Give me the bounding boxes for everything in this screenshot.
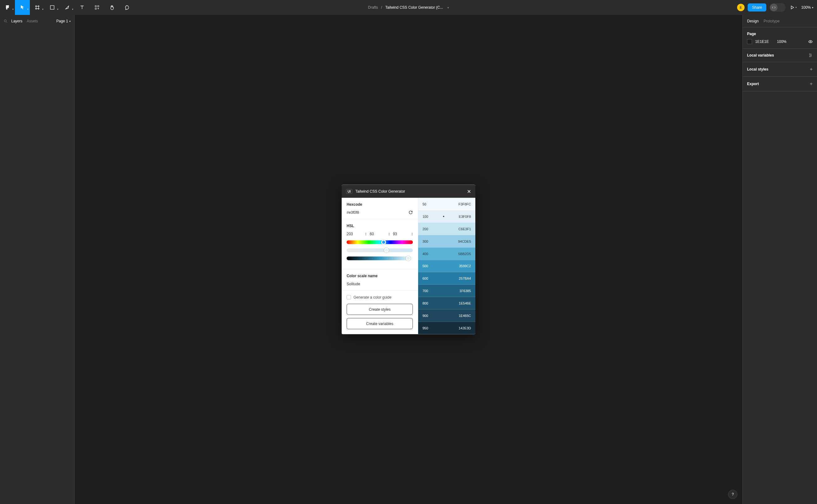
- text-tool-button[interactable]: [75, 0, 89, 15]
- lightness-input[interactable]: 93▴▾: [393, 232, 413, 236]
- breadcrumb-parent[interactable]: Drafts: [368, 5, 378, 10]
- saturation-slider[interactable]: [346, 249, 413, 252]
- chevron-down-icon[interactable]: ▾: [448, 6, 449, 9]
- color-scale: 50F3F8FC100E3F0F8200C6E3F130094CDE54005B…: [418, 198, 475, 334]
- scale-hex: E3F0F8: [459, 214, 471, 218]
- scale-step: 600: [423, 277, 428, 280]
- scale-row-300[interactable]: 30094CDE5: [418, 235, 475, 247]
- resources-icon: [94, 5, 99, 10]
- text-icon: [80, 5, 85, 10]
- code-icon: [770, 4, 778, 11]
- plugin-badge: UI: [346, 189, 352, 194]
- chevron-down-icon: ▾: [57, 8, 58, 11]
- scale-row-200[interactable]: 200C6E3F1: [418, 222, 475, 235]
- pen-tool-button[interactable]: ▾: [60, 0, 75, 15]
- shape-tool-button[interactable]: ▾: [45, 0, 60, 15]
- scale-hex: 94CDE5: [458, 239, 471, 243]
- hue-slider[interactable]: [346, 241, 413, 244]
- svg-point-4: [4, 20, 7, 22]
- page-selector[interactable]: Page 1 ▾: [56, 19, 71, 23]
- comment-tool-button[interactable]: [119, 0, 134, 15]
- stepper-icon[interactable]: ▴▾: [365, 232, 366, 236]
- page-background-color[interactable]: 1E1E1E 100%: [747, 39, 813, 44]
- scale-hex: 1E465C: [459, 314, 471, 318]
- page-color-hex[interactable]: 1E1E1E: [755, 39, 769, 44]
- tab-layers[interactable]: Layers: [11, 19, 22, 23]
- saturation-input[interactable]: 60▴▾: [369, 232, 389, 236]
- tab-prototype[interactable]: Prototype: [764, 19, 779, 23]
- svg-rect-1: [95, 6, 96, 7]
- present-button[interactable]: ▾: [789, 0, 798, 15]
- right-panel: Design Prototype Page 1E1E1E 100% Local …: [742, 15, 817, 504]
- scale-row-100[interactable]: 100E3F0F8: [418, 210, 475, 222]
- refresh-icon[interactable]: [408, 210, 413, 215]
- scale-step: 800: [423, 301, 428, 305]
- hexcode-input[interactable]: #e3f0f8: [346, 210, 359, 215]
- scale-step: 200: [423, 227, 428, 231]
- scale-name-input[interactable]: Solitude: [346, 282, 413, 286]
- plugin-dialog: UI Tailwind CSS Color Generator ✕ Hexcod…: [342, 185, 475, 334]
- page-color-opacity[interactable]: 100%: [777, 39, 787, 44]
- svg-point-8: [810, 56, 810, 57]
- scale-row-500[interactable]: 5003599C2: [418, 260, 475, 272]
- svg-rect-3: [95, 8, 96, 9]
- stepper-icon[interactable]: ▴▾: [412, 232, 413, 236]
- frame-tool-button[interactable]: ▾: [30, 0, 45, 15]
- scale-step: 50: [423, 202, 426, 206]
- zoom-dropdown[interactable]: 100% ▾: [801, 5, 813, 10]
- svg-rect-0: [50, 6, 54, 9]
- create-styles-button[interactable]: Create styles: [346, 304, 413, 315]
- dev-mode-toggle[interactable]: [769, 3, 786, 12]
- hue-input[interactable]: 203▴▾: [346, 232, 366, 236]
- scale-row-400[interactable]: 4005BB2D5: [418, 247, 475, 260]
- chevron-down-icon: ▾: [69, 20, 71, 23]
- chevron-down-icon: ▾: [72, 8, 73, 11]
- plugin-header[interactable]: UI Tailwind CSS Color Generator ✕: [342, 185, 475, 198]
- lightness-slider[interactable]: [346, 257, 413, 260]
- scale-step: 950: [423, 326, 428, 330]
- tab-design[interactable]: Design: [747, 19, 759, 23]
- scale-step: 700: [423, 289, 428, 293]
- scale-row-600[interactable]: 600257BA4: [418, 272, 475, 285]
- breadcrumb-separator: /: [381, 5, 382, 10]
- create-variables-button[interactable]: Create variables: [346, 318, 413, 329]
- scale-step: 300: [423, 239, 428, 243]
- search-icon[interactable]: [4, 19, 7, 23]
- page-selector-label: Page 1: [56, 19, 68, 23]
- visibility-icon[interactable]: [808, 39, 813, 44]
- left-panel: Layers Assets Page 1 ▾: [0, 15, 75, 504]
- stepper-icon[interactable]: ▴▾: [388, 232, 390, 236]
- scale-hex: 142E3D: [459, 326, 471, 330]
- file-title[interactable]: Tailwind CSS Color Generator (C...: [385, 5, 443, 10]
- checkbox-icon: [346, 295, 351, 300]
- svg-point-6: [810, 54, 810, 55]
- main-menu-button[interactable]: ▾: [0, 0, 15, 15]
- tab-assets[interactable]: Assets: [27, 19, 38, 23]
- scale-row-900[interactable]: 9001E465C: [418, 309, 475, 322]
- scale-row-950[interactable]: 950142E3D: [418, 322, 475, 334]
- plus-icon[interactable]: +: [810, 81, 813, 87]
- chevron-down-icon: ▾: [27, 8, 29, 11]
- hand-tool-button[interactable]: [104, 0, 119, 15]
- close-icon[interactable]: ✕: [467, 188, 471, 194]
- canvas[interactable]: UI Tailwind CSS Color Generator ✕ Hexcod…: [75, 15, 742, 504]
- scale-row-800[interactable]: 8001E546E: [418, 297, 475, 309]
- scale-hex: 1F6385: [460, 289, 471, 293]
- breadcrumb[interactable]: Drafts / Tailwind CSS Color Generator (C…: [368, 5, 449, 10]
- chevron-down-icon: ▾: [812, 6, 813, 9]
- settings-icon[interactable]: [808, 53, 813, 57]
- move-tool-button[interactable]: ▾: [15, 0, 30, 15]
- scale-row-700[interactable]: 7001F6385: [418, 285, 475, 297]
- svg-point-5: [810, 41, 811, 42]
- scale-hex: 257BA4: [459, 277, 471, 280]
- share-button[interactable]: Share: [748, 3, 766, 11]
- generate-guide-checkbox[interactable]: Generate a color guide: [346, 295, 413, 300]
- scale-row-50[interactable]: 50F3F8FC: [418, 198, 475, 210]
- help-button[interactable]: ?: [728, 490, 737, 499]
- plus-icon[interactable]: +: [810, 66, 813, 72]
- resources-button[interactable]: [89, 0, 104, 15]
- color-swatch[interactable]: [747, 39, 752, 44]
- scale-step: 100: [423, 214, 428, 218]
- avatar[interactable]: E: [737, 4, 745, 11]
- chevron-down-icon: ▾: [42, 8, 44, 11]
